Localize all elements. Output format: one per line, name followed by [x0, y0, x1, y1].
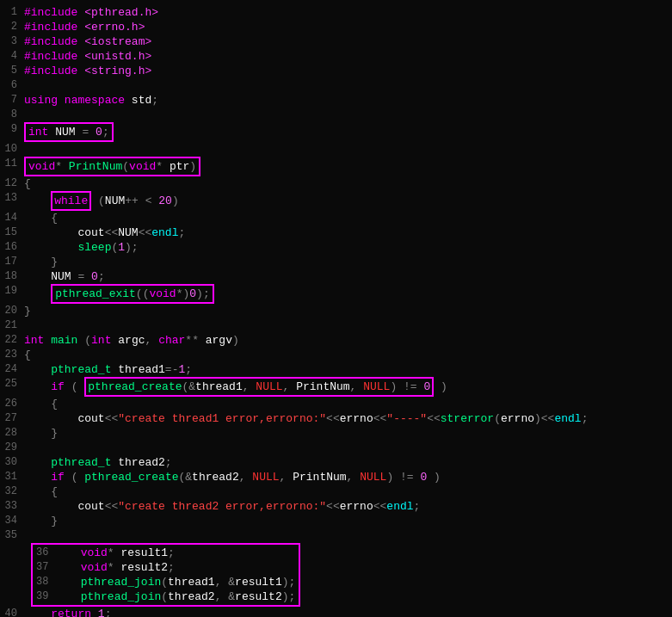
- line-14: 14 {: [0, 211, 672, 225]
- line-16: 16 sleep(1);: [0, 240, 672, 255]
- line-18: 18 NUM = 0;: [0, 269, 672, 284]
- line-4: 4 #include <unistd.h>: [0, 49, 672, 64]
- line-21: 21: [0, 318, 672, 333]
- line-3: 3 #include <iostream>: [0, 34, 672, 49]
- line-6: 6: [0, 78, 672, 93]
- line-37: 37 void* result2;: [36, 560, 295, 575]
- line-17: 17 }: [0, 255, 672, 269]
- line-39: 39 pthread_join(thread2, &result2);: [36, 589, 295, 604]
- line-19: 19 pthread_exit((void*)0);: [0, 284, 672, 304]
- line-34: 34 }: [0, 514, 672, 528]
- line-11: 11 void* PrintNum(void* ptr): [0, 157, 672, 176]
- line-7: 7 using namespace std;: [0, 93, 672, 108]
- line-24: 24 pthread_t thread1=-1;: [0, 362, 672, 377]
- line-10: 10: [0, 142, 672, 157]
- line-27: 27 cout<<"create thread1 error,errorno:"…: [0, 411, 672, 426]
- line-36: 36 void* result1;: [36, 546, 295, 560]
- line-32: 32 {: [0, 484, 672, 499]
- line-38: 38 pthread_join(thread1, &result1);: [36, 575, 295, 589]
- line-28: 28 }: [0, 426, 672, 441]
- line-29: 29: [0, 441, 672, 455]
- line-22: 22 int main (int argc, char** argv): [0, 333, 672, 348]
- line-5: 5 #include <string.h>: [0, 64, 672, 78]
- line-35: 35: [0, 528, 672, 543]
- line-40: 40 return 1;: [0, 607, 672, 617]
- line-12: 12 {: [0, 176, 672, 191]
- line-26: 26 {: [0, 397, 672, 411]
- line-25: 25 if ( pthread_create(&thread1, NULL, P…: [0, 377, 672, 397]
- code-editor: 1 #include <pthread.h> 2 #include <errno…: [0, 0, 672, 617]
- line-23: 23 {: [0, 348, 672, 362]
- line-30: 30 pthread_t thread2;: [0, 455, 672, 470]
- line-33: 33 cout<<"create thread2 error,errorno:"…: [0, 499, 672, 514]
- line-1: 1 #include <pthread.h>: [0, 5, 672, 20]
- line-15: 15 cout<<NUM<<endl;: [0, 225, 672, 240]
- line-20: 20 }: [0, 304, 672, 318]
- line-9: 9 int NUM = 0;: [0, 122, 672, 142]
- line-13: 13 while (NUM++ < 20): [0, 191, 672, 211]
- line-2: 2 #include <errno.h>: [0, 20, 672, 34]
- line-31: 31 if ( pthread_create(&thread2, NULL, P…: [0, 470, 672, 484]
- line-8: 8: [0, 108, 672, 122]
